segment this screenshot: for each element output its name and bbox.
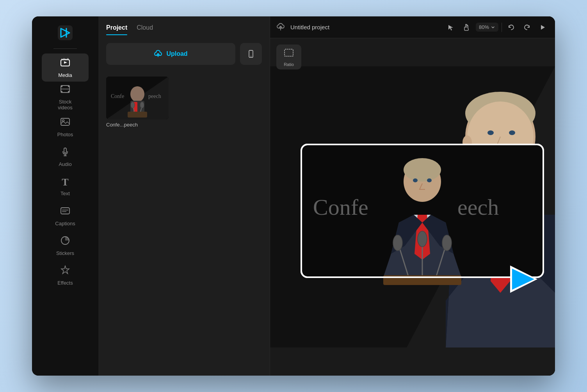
svg-point-47 bbox=[393, 235, 402, 251]
effects-icon bbox=[60, 265, 70, 278]
sidebar-item-stock-videos[interactable]: Stockvideos bbox=[42, 83, 89, 111]
svg-point-45 bbox=[427, 178, 432, 182]
svg-point-19 bbox=[130, 86, 144, 102]
ratio-button[interactable]: Ratio bbox=[276, 45, 301, 69]
panel-content: Confe peech Confe...peech bbox=[98, 73, 270, 376]
text-icon: T bbox=[62, 176, 68, 188]
media-label-text: Confe...peech bbox=[106, 122, 138, 128]
play-button[interactable] bbox=[536, 21, 549, 34]
svg-rect-12 bbox=[61, 208, 69, 214]
ratio-icon bbox=[283, 47, 294, 61]
svg-rect-0 bbox=[58, 25, 73, 40]
zoom-value: 80% bbox=[479, 24, 489, 30]
stickers-label: Stickers bbox=[56, 250, 74, 256]
svg-text:peech: peech bbox=[148, 93, 161, 99]
media-thumbnail-conference[interactable]: Confe peech bbox=[106, 77, 169, 119]
sidebar-item-stickers[interactable]: Stickers bbox=[42, 232, 89, 260]
photos-icon bbox=[60, 117, 70, 129]
header-divider bbox=[502, 23, 502, 32]
svg-point-24 bbox=[131, 102, 135, 108]
svg-rect-4 bbox=[68, 86, 69, 87]
svg-text:Confe: Confe bbox=[111, 93, 124, 99]
captions-icon bbox=[60, 206, 70, 218]
upload-button[interactable]: Upload bbox=[106, 43, 235, 65]
media-icon bbox=[60, 57, 70, 70]
text-label: Text bbox=[60, 191, 70, 196]
undo-button[interactable] bbox=[505, 21, 518, 34]
media-panel: Project Cloud Upload bbox=[98, 16, 270, 376]
hand-tool-button[interactable] bbox=[460, 21, 473, 34]
svg-text:Confe: Confe bbox=[313, 194, 368, 220]
stickers-icon bbox=[60, 235, 70, 248]
sidebar: Media Stockvideos bbox=[32, 16, 98, 376]
captions-label: Captions bbox=[55, 221, 75, 226]
sidebar-item-text[interactable]: T Text bbox=[42, 172, 89, 200]
svg-point-43 bbox=[404, 158, 441, 182]
sidebar-item-media[interactable]: Media bbox=[42, 53, 89, 82]
sidebar-item-effects[interactable]: Effects bbox=[42, 261, 89, 289]
audio-label: Audio bbox=[59, 161, 71, 167]
app-logo[interactable] bbox=[57, 24, 74, 41]
sidebar-item-media-label: Media bbox=[58, 72, 72, 78]
panel-actions: Upload bbox=[98, 35, 270, 73]
svg-rect-6 bbox=[68, 91, 69, 93]
tab-cloud[interactable]: Cloud bbox=[137, 24, 153, 35]
stock-videos-label: Stockvideos bbox=[58, 99, 73, 110]
audio-icon bbox=[60, 146, 70, 159]
svg-marker-15 bbox=[61, 266, 69, 274]
cloud-upload-icon[interactable] bbox=[276, 23, 286, 32]
tab-project[interactable]: Project bbox=[106, 24, 127, 35]
svg-point-49 bbox=[442, 235, 452, 251]
svg-point-51 bbox=[418, 231, 427, 247]
svg-rect-5 bbox=[61, 91, 62, 93]
svg-point-34 bbox=[487, 130, 494, 135]
media-label-conference: Confe...peech bbox=[106, 122, 262, 128]
effects-label: Effects bbox=[57, 280, 73, 286]
svg-rect-8 bbox=[61, 118, 69, 125]
svg-point-26 bbox=[140, 102, 144, 108]
svg-rect-29 bbox=[285, 49, 293, 56]
select-tool-button[interactable] bbox=[445, 21, 457, 34]
app-window: Media Stockvideos bbox=[32, 16, 555, 376]
editor-main: Untitled project 80% bbox=[270, 16, 555, 376]
svg-text:eech: eech bbox=[457, 194, 499, 220]
header-tools: 80% bbox=[445, 21, 549, 34]
photos-label: Photos bbox=[57, 132, 73, 137]
thumbnail-inner: Confe peech bbox=[106, 77, 169, 119]
svg-rect-22 bbox=[128, 112, 147, 118]
mobile-button[interactable] bbox=[240, 43, 262, 65]
project-title: Untitled project bbox=[290, 24, 440, 30]
sidebar-item-captions[interactable]: Captions bbox=[42, 202, 89, 230]
sidebar-item-photos[interactable]: Photos bbox=[42, 113, 89, 141]
sidebar-divider bbox=[53, 48, 77, 49]
canvas-area: Ratio bbox=[270, 38, 555, 376]
svg-point-17 bbox=[251, 56, 251, 57]
sidebar-item-audio[interactable]: Audio bbox=[42, 143, 89, 171]
panel-tabs: Project Cloud bbox=[98, 16, 270, 35]
svg-rect-3 bbox=[61, 86, 62, 87]
editor-header: Untitled project 80% bbox=[270, 16, 555, 38]
upload-label: Upload bbox=[166, 50, 187, 57]
svg-point-44 bbox=[413, 178, 418, 182]
ratio-label: Ratio bbox=[284, 62, 294, 67]
redo-button[interactable] bbox=[521, 21, 533, 34]
canvas-svg: Confe eech bbox=[270, 38, 555, 376]
zoom-control[interactable]: 80% bbox=[476, 23, 498, 32]
svg-point-35 bbox=[509, 130, 515, 135]
film-icon bbox=[60, 84, 70, 96]
